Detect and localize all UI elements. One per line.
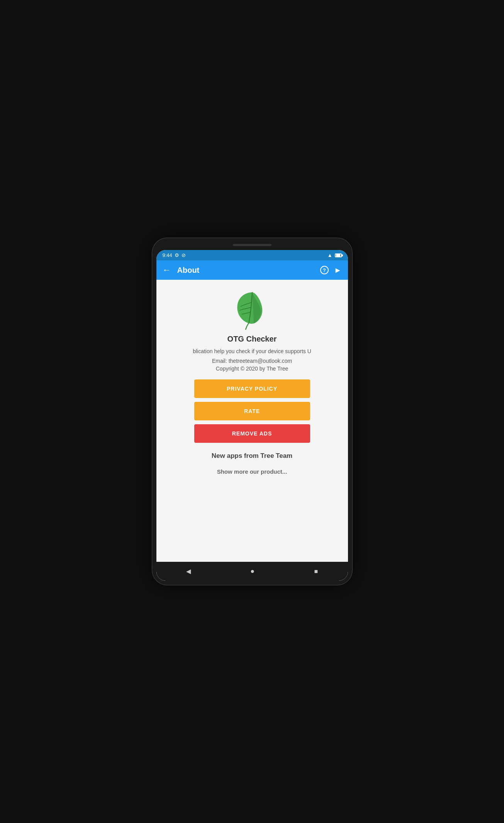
vpn-icon: ⊘ — [182, 252, 186, 258]
back-button[interactable]: ← — [163, 265, 171, 275]
app-email: Email: thetreeteam@outlook.com — [212, 358, 292, 364]
status-bar-left: 9:44 ⚙ ⊘ — [163, 252, 186, 258]
device-speaker — [233, 244, 272, 246]
signal-icon: ▲ — [328, 252, 333, 258]
section-title: New apps from Tree Team — [212, 452, 292, 460]
status-bar-right: ▲ — [328, 252, 342, 258]
help-icon[interactable] — [320, 266, 329, 274]
battery-icon — [335, 253, 342, 257]
page-title: About — [177, 266, 320, 275]
recent-nav-button[interactable]: ■ — [307, 566, 326, 576]
app-name: OTG Checker — [227, 335, 277, 343]
app-logo — [231, 287, 273, 330]
device-frame: 9:44 ⚙ ⊘ ▲ ← About ► — [152, 238, 353, 585]
app-copyright: Copyright © 2020 by The Tree — [216, 366, 288, 372]
home-nav-button[interactable]: ● — [243, 566, 262, 577]
rate-button[interactable]: RATE — [194, 402, 310, 420]
back-nav-button[interactable]: ◀ — [178, 566, 199, 576]
app-description: blication help you check if your device … — [193, 347, 311, 355]
app-bar-actions: ► — [320, 266, 342, 275]
show-more-link[interactable]: Show more our product... — [217, 468, 287, 475]
privacy-policy-button[interactable]: PRIVACY POLICY — [194, 379, 310, 398]
remove-ads-button[interactable]: REMOVE ADS — [194, 424, 310, 443]
settings-icon: ⚙ — [175, 252, 179, 258]
phone-screen: 9:44 ⚙ ⊘ ▲ ← About ► — [156, 250, 348, 581]
share-icon[interactable]: ► — [334, 266, 342, 275]
status-time: 9:44 — [163, 252, 172, 258]
nav-bar: ◀ ● ■ — [156, 562, 348, 581]
app-bar: ← About ► — [156, 260, 348, 280]
content-area: OTG Checker blication help you check if … — [156, 280, 348, 562]
status-bar: 9:44 ⚙ ⊘ ▲ — [156, 250, 348, 260]
